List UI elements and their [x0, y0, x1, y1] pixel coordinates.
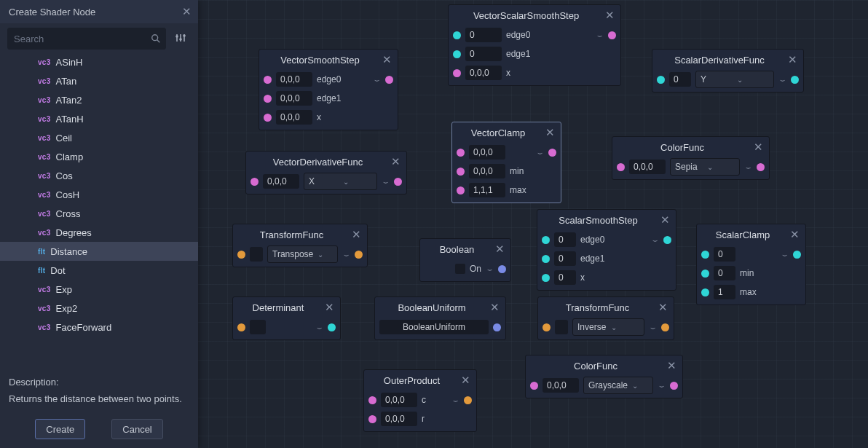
value-input[interactable]: 0,0,0: [263, 174, 299, 189]
dropdown[interactable]: Inverse⌄: [572, 318, 644, 336]
value-input[interactable]: 0,0,0: [381, 393, 417, 407]
input-port[interactable]: [368, 415, 376, 423]
node-scalarsmoothstep[interactable]: ScalarSmoothStep✕ 0edge0⌣ 0edge1 0x: [537, 209, 676, 291]
output-port[interactable]: [793, 251, 801, 259]
close-icon[interactable]: ✕: [544, 126, 556, 139]
input-port[interactable]: [453, 31, 461, 39]
tree-item-degrees[interactable]: vc3Degrees: [0, 223, 198, 242]
value-input[interactable]: 0,0,0: [276, 110, 312, 125]
value-input[interactable]: 0,0,0: [276, 72, 312, 87]
input-port[interactable]: [457, 149, 465, 157]
value-input[interactable]: 0,0,0: [381, 412, 417, 426]
output-port[interactable]: [493, 323, 501, 331]
input-port[interactable]: [453, 69, 461, 77]
value-input[interactable]: 0,0,0: [469, 145, 505, 160]
filter-settings-icon[interactable]: [170, 28, 191, 48]
checkbox[interactable]: [455, 264, 465, 274]
dropdown[interactable]: X⌄: [304, 173, 377, 190]
close-icon[interactable]: ✕: [459, 374, 472, 387]
output-port[interactable]: [548, 149, 556, 157]
output-port[interactable]: [355, 251, 363, 259]
close-icon[interactable]: ✕: [659, 213, 671, 227]
output-port[interactable]: [394, 178, 402, 186]
tree-item-atanh[interactable]: vc3ATanH: [0, 109, 198, 128]
value-input[interactable]: [250, 320, 266, 334]
dropdown[interactable]: Sepia⌄: [670, 158, 740, 176]
tree-item-distance[interactable]: fltDistance: [0, 242, 198, 261]
tree-item-exp[interactable]: vc3Exp: [0, 280, 198, 299]
value-input[interactable]: 0: [554, 251, 576, 266]
value-input[interactable]: 0: [465, 47, 502, 61]
input-port[interactable]: [237, 323, 245, 331]
input-port[interactable]: [701, 270, 709, 278]
node-scalarderivativefunc[interactable]: ScalarDerivativeFunc✕ 0Y⌄⌣: [652, 49, 804, 93]
close-icon[interactable]: ✕: [323, 301, 336, 314]
input-port[interactable]: [542, 236, 550, 244]
input-port[interactable]: [701, 251, 709, 259]
output-port[interactable]: [608, 31, 616, 39]
value-input[interactable]: 0,0,0: [465, 66, 502, 80]
search-input-container[interactable]: [7, 28, 166, 50]
tree-item-cross[interactable]: vc3Cross: [0, 204, 198, 223]
tree-item-clamp[interactable]: vc3Clamp: [0, 147, 198, 166]
input-port[interactable]: [542, 323, 551, 331]
value-input[interactable]: 0: [669, 72, 691, 87]
dropdown[interactable]: Transpose⌄: [267, 245, 338, 263]
tree-item-cosh[interactable]: vc3CosH: [0, 185, 198, 204]
node-scalarclamp[interactable]: ScalarClamp✕ 0⌣ 0min 1max: [696, 224, 806, 305]
input-port[interactable]: [264, 95, 272, 103]
value-input[interactable]: [250, 247, 263, 262]
value-input[interactable]: [555, 320, 568, 334]
dropdown[interactable]: Y⌄: [695, 71, 774, 88]
close-icon[interactable]: ✕: [789, 228, 801, 241]
close-icon[interactable]: ✕: [657, 301, 669, 314]
output-port[interactable]: [464, 396, 472, 404]
tree-item-atan2[interactable]: vc3ATan2: [0, 90, 198, 109]
input-port[interactable]: [542, 255, 550, 263]
tree-item-exp2[interactable]: vc3Exp2: [0, 299, 198, 318]
value-input[interactable]: 0: [714, 266, 735, 280]
node-colorfunc-sepia[interactable]: ColorFunc✕ 0,0,0Sepia⌄⌣: [612, 136, 770, 180]
output-port[interactable]: [328, 323, 336, 331]
node-colorfunc-grayscale[interactable]: ColorFunc✕ 0,0,0Grayscale⌄⌣: [525, 355, 683, 398]
node-vectorderivativefunc[interactable]: VectorDerivativeFunc✕ 0,0,0X⌄⌣: [245, 151, 407, 194]
tree-item-asinh[interactable]: vc3ASinH: [0, 52, 198, 71]
input-port[interactable]: [368, 396, 376, 404]
cancel-button[interactable]: Cancel: [111, 419, 162, 439]
value-input[interactable]: 1,1,1: [469, 183, 505, 197]
close-icon[interactable]: ✕: [350, 228, 363, 241]
value-input[interactable]: 0: [465, 28, 502, 42]
tree-item-atan[interactable]: vc3ATan: [0, 71, 198, 90]
tree-item-ceil[interactable]: vc3Ceil: [0, 128, 198, 147]
input-port[interactable]: [250, 178, 259, 186]
close-icon[interactable]: ✕: [381, 53, 393, 66]
output-port[interactable]: [791, 76, 799, 84]
tree-item-dot[interactable]: fltDot: [0, 261, 198, 280]
output-port[interactable]: [498, 265, 506, 273]
node-vectorclamp[interactable]: VectorClamp✕ 0,0,0⌣ 0,0,0min 1,1,1max: [451, 122, 561, 203]
input-port[interactable]: [617, 163, 625, 171]
value-input[interactable]: 0,0,0: [542, 378, 579, 393]
node-vectorscalarsmoothstep[interactable]: VectorScalarSmoothStep✕ 0edge0⌣ 0edge1 0…: [448, 4, 621, 86]
input-port[interactable]: [530, 382, 538, 390]
input-port[interactable]: [542, 274, 550, 282]
node-outerproduct[interactable]: OuterProduct✕ 0,0,0c⌣ 0,0,0r: [363, 369, 477, 432]
input-port[interactable]: [264, 76, 272, 84]
input-port[interactable]: [453, 50, 461, 58]
close-icon[interactable]: ✕: [786, 53, 799, 66]
tree-item-faceforward[interactable]: vc3FaceForward: [0, 318, 198, 337]
node-tree[interactable]: vc3ASinHvc3ATanvc3ATan2vc3ATanHvc3Ceilvc…: [0, 52, 198, 371]
close-icon[interactable]: ✕: [179, 4, 194, 19]
search-input[interactable]: [12, 33, 151, 45]
value-input[interactable]: 1: [714, 285, 735, 299]
close-icon[interactable]: ✕: [489, 301, 501, 314]
input-port[interactable]: [701, 288, 709, 296]
node-booleanuniform[interactable]: BooleanUniform✕ BooleanUniform: [374, 296, 506, 340]
input-port[interactable]: [237, 251, 245, 259]
output-port[interactable]: [670, 382, 678, 390]
input-port[interactable]: [657, 76, 665, 84]
close-icon[interactable]: ✕: [604, 9, 616, 22]
node-transformfunc-transpose[interactable]: TransformFunc✕ Transpose⌄⌣: [232, 224, 368, 267]
dropdown[interactable]: Grayscale⌄: [583, 377, 653, 394]
input-port[interactable]: [457, 168, 465, 176]
